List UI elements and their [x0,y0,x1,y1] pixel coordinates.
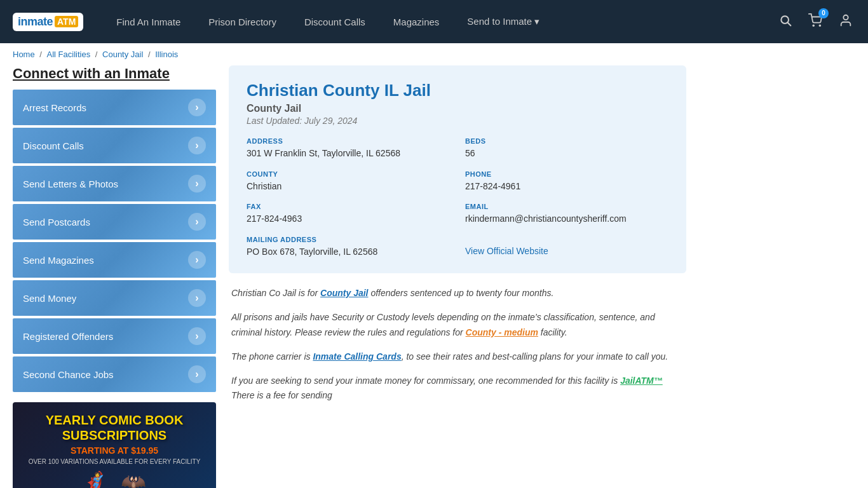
breadcrumb: Home / All Facilities / County Jail / Il… [0,43,868,65]
detail-address: ADDRESS 301 W Franklin St, Taylorville, … [247,137,450,160]
detail-county: COUNTY Christian [247,170,450,193]
sidebar-item-label: Send Magazines [23,255,94,266]
facility-name: Christian County IL Jail [247,81,668,100]
fax-label: FAX [247,203,450,210]
breadcrumb-sep2: / [95,50,100,59]
detail-website: View Official Website [465,236,668,259]
sidebar-item-send-postcards[interactable]: Send Postcards › [13,204,216,240]
arrow-icon: › [188,98,206,116]
user-button[interactable] [836,11,855,33]
county-value: Christian [247,180,450,193]
facility-card: Christian County IL Jail County Jail Las… [229,65,686,273]
website-spacer [465,236,668,243]
nav-send-to-inmate[interactable]: Send to Inmate ▾ [453,0,553,43]
sidebar-item-label: Registered Offenders [23,331,113,342]
detail-phone: PHONE 217-824-4961 [465,170,668,193]
svg-line-1 [788,22,791,25]
desc-p2-post: facility. [538,327,567,337]
arrow-icon: › [188,289,206,307]
user-icon [839,13,853,27]
address-label: ADDRESS [247,137,450,145]
content-area: Christian County IL Jail County Jail Las… [229,65,686,488]
county-jail-link[interactable]: County Jail [320,288,368,298]
facility-updated: Last Updated: July 29, 2024 [247,116,668,126]
cart-badge: 0 [818,8,829,18]
hero-icon-1: 🦸 [83,470,108,488]
breadcrumb-sep3: / [148,50,153,59]
address-value: 301 W Franklin St, Taylorville, IL 62568 [247,147,450,160]
arrow-icon: › [188,175,206,193]
desc-p2-pre: All prisons and jails have Security or C… [231,312,655,337]
nav-discount-calls[interactable]: Discount Calls [290,0,379,43]
breadcrumb-sep1: / [39,50,44,59]
sidebar-item-second-chance-jobs[interactable]: Second Chance Jobs › [13,356,216,392]
desc-para2: All prisons and jails have Security or C… [231,310,684,341]
sidebar-item-label: Discount Calls [23,140,84,151]
sidebar-item-send-money[interactable]: Send Money › [13,280,216,316]
county-label: COUNTY [247,170,450,178]
breadcrumb-illinois[interactable]: Illinois [155,50,178,59]
detail-email: EMAIL rkindermann@christiancountysheriff… [465,203,668,226]
detail-fax: FAX 217-824-4963 [247,203,450,226]
facility-details: ADDRESS 301 W Franklin St, Taylorville, … [247,137,668,258]
website-link[interactable]: View Official Website [465,246,548,256]
sidebar-item-send-letters[interactable]: Send Letters & Photos › [13,166,216,201]
navbar: inmate ATM Find An Inmate Prison Directo… [0,0,868,43]
desc-p1-pre: Christian Co Jail is for [231,288,320,298]
mailing-value: PO Box 678, Taylorville, IL 62568 [247,246,450,259]
arrow-icon: › [188,213,206,231]
arrow-icon: › [188,251,206,269]
detail-mailing: MAILING ADDRESS PO Box 678, Taylorville,… [247,236,450,259]
county-medium-link[interactable]: County - medium [466,327,538,337]
svg-point-3 [819,25,820,26]
sidebar-title: Connect with an Inmate [13,65,216,82]
sidebar-item-arrest-records[interactable]: Arrest Records › [13,90,216,125]
sidebar-menu: Arrest Records › Discount Calls › Send L… [13,90,216,392]
ad-subtitle: STARTING AT $19.95 [71,445,158,456]
logo-text: inmate [18,15,53,29]
desc-p3-post: , to see their rates and best-calling pl… [402,351,668,362]
ad-desc: OVER 100 VARIATIONS AVAILABLE FOR EVERY … [29,458,201,465]
nav-magazines[interactable]: Magazines [379,0,454,43]
logo[interactable]: inmate ATM [13,13,83,31]
sidebar-item-label: Send Postcards [23,217,90,227]
desc-para4: If you are seeking to send your inmate m… [231,374,684,404]
desc-para3: The phone carrier is Inmate Calling Card… [231,349,684,365]
phone-value: 217-824-4961 [465,180,668,193]
desc-p3-pre: The phone carrier is [231,351,313,362]
breadcrumb-home[interactable]: Home [13,50,35,59]
sidebar-item-discount-calls[interactable]: Discount Calls › [13,128,216,163]
ad-title: YEARLY COMIC BOOKSUBSCRIPTIONS [46,412,184,443]
cart-button[interactable]: 0 [806,11,825,33]
ad-heroes: 🦸 🦇 [83,470,146,488]
phone-label: PHONE [465,170,668,178]
beds-label: BEDS [465,137,668,145]
breadcrumb-county-jail[interactable]: County Jail [102,50,143,59]
arrow-icon: › [188,365,206,383]
ad-banner[interactable]: YEARLY COMIC BOOKSUBSCRIPTIONS STARTING … [13,402,216,488]
main-container: Connect with an Inmate Arrest Records › … [0,65,699,488]
facility-type: County Jail [247,103,668,114]
search-button[interactable] [776,11,794,32]
breadcrumb-all-facilities[interactable]: All Facilities [47,50,91,59]
svg-point-2 [813,25,814,26]
jailatm-link[interactable]: JailATM™ [620,376,663,386]
nav-prison-directory[interactable]: Prison Directory [194,0,290,43]
calling-cards-link[interactable]: Inmate Calling Cards [313,351,401,362]
email-value: rkindermann@christiancountysheriff.com [465,213,668,226]
sidebar-item-label: Arrest Records [23,102,86,113]
desc-para1: Christian Co Jail is for County Jail off… [231,286,684,301]
arrow-icon: › [188,137,206,154]
sidebar-item-registered-offenders[interactable]: Registered Offenders › [13,318,216,354]
sidebar-item-label: Second Chance Jobs [23,369,114,380]
desc-p4-post: There is a fee for sending [231,390,332,400]
nav-icons: 0 [776,11,855,33]
hero-icon-2: 🦇 [121,470,146,488]
arrow-icon: › [188,327,206,345]
nav-find-inmate[interactable]: Find An Inmate [102,0,194,43]
detail-beds: BEDS 56 [465,137,668,160]
search-icon [779,14,792,27]
sidebar-item-send-magazines[interactable]: Send Magazines › [13,242,216,278]
fax-value: 217-824-4963 [247,213,450,226]
logo-atm: ATM [55,16,78,27]
